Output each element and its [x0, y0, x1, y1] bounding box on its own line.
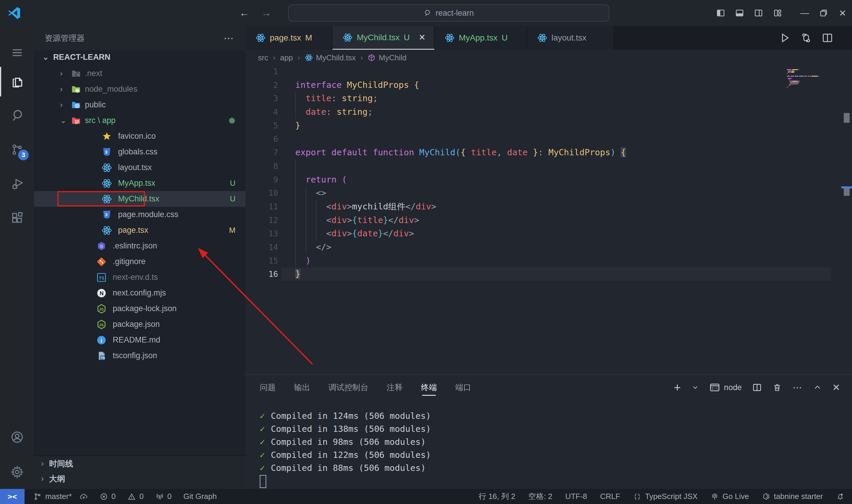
toggle-sidebar-icon[interactable]: [711, 0, 730, 26]
status-item-tabninestarter[interactable]: tabnine starter: [762, 492, 823, 501]
editor-tab-MyApp.tsx[interactable]: MyApp.tsxU: [435, 26, 527, 50]
restore-icon[interactable]: [814, 0, 833, 26]
customize-layout-icon[interactable]: [768, 0, 787, 26]
tree-item-public[interactable]: ›public: [34, 97, 246, 113]
panel-tab-调试控制台[interactable]: 调试控制台: [328, 375, 368, 400]
tree-item-.gitignore[interactable]: .gitignore: [34, 254, 246, 269]
command-center-search[interactable]: react-learn: [288, 4, 610, 22]
activity-explorer[interactable]: [0, 67, 34, 96]
code-area[interactable]: 12interface MyChildProps {3 title: strin…: [246, 65, 831, 281]
split-icon[interactable]: [822, 32, 833, 43]
file-tree: ⌄ REACT-LEARN ›N.next›node_modules›publi…: [34, 50, 246, 455]
run-icon[interactable]: [779, 32, 791, 43]
react-icon: [102, 162, 112, 173]
tree-item-nodemodules[interactable]: ›node_modules: [34, 81, 246, 97]
split-terminal-icon[interactable]: [752, 383, 762, 392]
activity-settings[interactable]: [0, 457, 34, 487]
tab-label: MyApp.tsx: [459, 33, 497, 42]
code-line-6: 6: [246, 132, 831, 146]
status-item-GitGraph[interactable]: Git Graph: [183, 492, 217, 501]
status-item-CRLF[interactable]: CRLF: [600, 492, 620, 501]
nav-forward-icon[interactable]: →: [260, 7, 272, 19]
tree-item-favicon.ico[interactable]: favicon.ico: [34, 128, 246, 144]
terminal-line: ✓Compiled in 122ms (506 modules): [260, 448, 431, 462]
breadcrumb-item[interactable]: MyChild.tsx: [305, 53, 356, 62]
activity-menu[interactable]: [0, 38, 34, 68]
close-window-icon[interactable]: ✕: [833, 0, 852, 26]
status-item-TypeScriptJSX[interactable]: TypeScript JSX: [633, 492, 697, 501]
activity-account[interactable]: [0, 422, 34, 452]
tree-item-layout.tsx[interactable]: layout.tsx: [34, 160, 246, 175]
status-item-bell[interactable]: [836, 492, 844, 501]
svg-text:N: N: [76, 72, 79, 77]
panel-tab-终端[interactable]: 终端: [421, 375, 437, 400]
bottom-panel: 问题输出调试控制台注释终端端口 + C:\ node ⋯ ✕ ✓Compiled…: [246, 375, 852, 489]
tree-item-page.tsx[interactable]: page.tsxM: [34, 222, 246, 238]
activity-extensions[interactable]: [0, 203, 34, 233]
toggle-panel-icon[interactable]: [730, 0, 749, 26]
activity-run-debug[interactable]: [0, 169, 34, 199]
diff-icon[interactable]: [800, 32, 812, 43]
panel-tab-输出[interactable]: 输出: [294, 375, 310, 400]
breadcrumb-item[interactable]: app: [280, 53, 293, 62]
terminal-dropdown-icon[interactable]: [691, 384, 699, 391]
tree-item-srcapp[interactable]: ⌄src \ app: [34, 113, 246, 128]
status-item-0[interactable]: 0: [156, 492, 171, 501]
panel-tab-问题[interactable]: 问题: [260, 375, 276, 400]
tree-item-package-lock.json[interactable]: JSpackage-lock.json: [34, 301, 246, 317]
close-tab-icon[interactable]: ✕: [419, 33, 425, 42]
tree-item-tsconfig.json[interactable]: TStsconfig.json: [34, 348, 246, 363]
activity-search[interactable]: [0, 101, 34, 130]
nav-back-icon[interactable]: ←: [238, 7, 250, 19]
editor-tab-page.tsx[interactable]: page.tsxM: [246, 26, 332, 50]
minimap[interactable]: [787, 68, 828, 92]
terminal-output[interactable]: ✓Compiled in 124ms (506 modules)✓Compile…: [260, 409, 431, 488]
chevron-icon: ⌄: [60, 116, 69, 125]
status-item-UTF8[interactable]: UTF-8: [565, 492, 587, 501]
tree-item-.eslintrc.json[interactable]: .eslintrc.json: [34, 238, 246, 254]
status-item-0[interactable]: 0: [100, 492, 116, 501]
tree-item-page.module.css[interactable]: 3page.module.css: [34, 207, 246, 222]
tree-item-.next[interactable]: ›N.next: [34, 66, 246, 81]
tree-item-MyChild.tsx[interactable]: MyChild.tsxU: [34, 191, 246, 207]
tree-item-globals.css[interactable]: 3globals.css: [34, 144, 246, 160]
kill-terminal-icon[interactable]: [773, 383, 782, 392]
breadcrumb-item[interactable]: MyChild: [367, 53, 406, 62]
panel-more-icon[interactable]: ⋯: [793, 382, 803, 393]
remote-indicator[interactable]: ><: [0, 489, 24, 504]
status-item-master[interactable]: master*: [33, 492, 88, 501]
maximize-panel-icon[interactable]: [813, 383, 821, 392]
breadcrumb[interactable]: src›app›MyChild.tsx›MyChild: [246, 50, 852, 66]
status-item-GoLive[interactable]: Go Live: [711, 492, 749, 501]
close-panel-icon[interactable]: ✕: [832, 382, 840, 393]
editor-tab-layout.tsx[interactable]: layout.tsx: [527, 26, 614, 50]
minimize-icon[interactable]: —: [795, 0, 814, 26]
sidebar-section-1[interactable]: ›大纲: [34, 471, 246, 486]
panel-tab-端口[interactable]: 端口: [455, 375, 471, 400]
terminal-instance[interactable]: C:\ node: [710, 382, 742, 393]
new-terminal-icon[interactable]: +: [674, 381, 681, 394]
tabnine-icon: [762, 492, 771, 501]
sidebar-more-icon[interactable]: ⋯: [224, 32, 234, 44]
tree-item-README.md[interactable]: iREADME.md: [34, 332, 246, 348]
warning-icon: [127, 492, 136, 501]
tree-item-next.config.mjs[interactable]: Nnext.config.mjs: [34, 285, 246, 301]
folder-public: [71, 100, 81, 110]
shell-icon: C:\: [710, 382, 720, 393]
tree-item-MyApp.tsx[interactable]: MyApp.tsxU: [34, 175, 246, 191]
tree-item-next-env.d.ts[interactable]: TSnext-env.d.ts: [34, 269, 246, 285]
panel-tab-注释[interactable]: 注释: [387, 375, 403, 400]
sidebar-section-0[interactable]: ›时间线: [34, 456, 246, 471]
scrollbar-thumb[interactable]: [844, 113, 850, 123]
status-item-0[interactable]: 0: [127, 492, 144, 501]
status-item-2[interactable]: 空格: 2: [528, 491, 552, 502]
activity-source-control[interactable]: 3: [0, 135, 34, 164]
editor-tab-MyChild.tsx[interactable]: MyChild.tsxU✕: [332, 26, 435, 50]
tree-root-header[interactable]: ⌄ REACT-LEARN: [34, 50, 246, 64]
breadcrumb-item[interactable]: src: [258, 53, 268, 62]
code-line-1: 1: [246, 65, 831, 78]
toggle-secondary-sidebar-icon[interactable]: [749, 0, 768, 26]
tree-item-package.json[interactable]: JSpackage.json: [34, 317, 246, 332]
status-item-162[interactable]: 行 16, 列 2: [479, 491, 515, 502]
npm-icon: JS: [96, 304, 107, 314]
